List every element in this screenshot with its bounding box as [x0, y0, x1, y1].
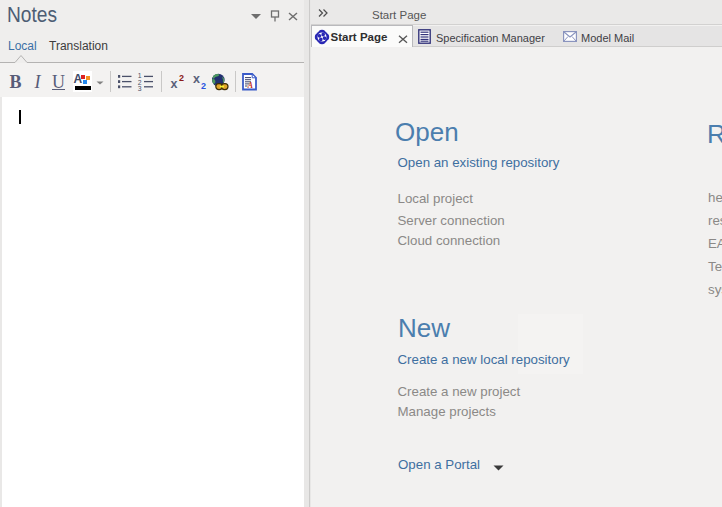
- svg-text:3: 3: [138, 85, 142, 92]
- svg-text:A: A: [247, 81, 253, 90]
